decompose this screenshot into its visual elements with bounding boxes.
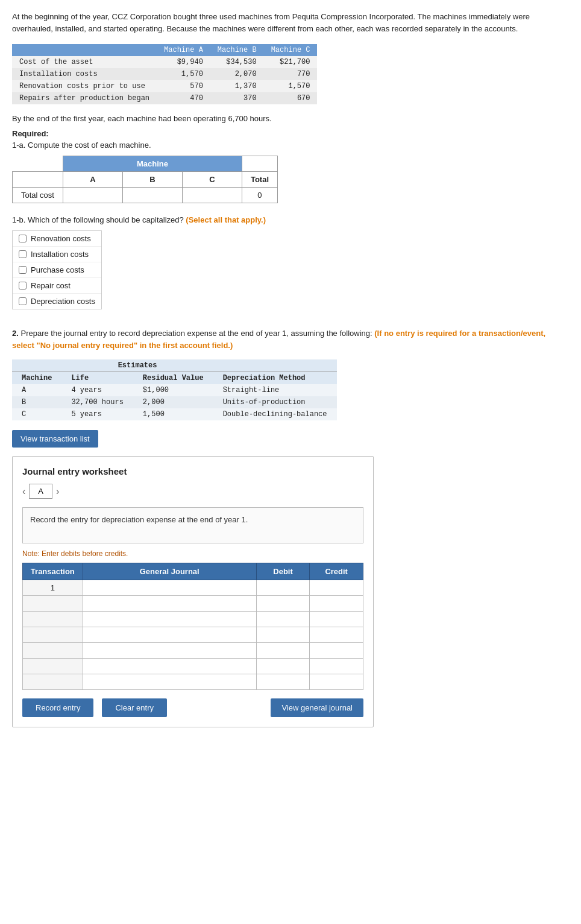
debit-input[interactable] [260,599,306,608]
debit-input[interactable] [260,615,306,624]
general-journal-cell[interactable] [83,659,256,674]
table-row [23,627,363,643]
row-value: 1,570 [157,68,210,80]
credit-cell[interactable] [310,659,363,674]
credit-input[interactable] [313,630,359,639]
general-journal-cell[interactable] [83,580,256,596]
th-debit: Debit [256,563,310,580]
credit-cell[interactable] [310,596,363,612]
general-journal-cell[interactable] [83,643,256,659]
table-row [23,674,363,690]
row-value: $9,940 [157,56,210,68]
row-value: 670 [264,92,318,104]
checkbox-item[interactable]: Renovation costs [13,231,101,247]
row-value: 570 [157,80,210,92]
checkbox[interactable] [19,282,27,290]
view-general-journal-button[interactable]: View general journal [271,698,363,717]
checkbox-item[interactable]: Purchase costs [13,262,101,278]
credit-cell[interactable] [310,612,363,627]
debit-cell[interactable] [256,580,310,596]
intro-text: At the beginning of the year, CCZ Corpor… [12,11,569,34]
clear-entry-button[interactable]: Clear entry [102,698,167,717]
header-machine-c: Machine C [264,44,318,56]
machine-a-input[interactable] [72,191,114,200]
row-value: 1,370 [210,80,264,92]
general-journal-cell[interactable] [83,612,256,627]
general-journal-input[interactable] [87,583,253,592]
estimates-cell: B [12,396,61,408]
machine-a-input-cell[interactable] [63,188,122,203]
general-journal-input[interactable] [87,662,253,671]
general-journal-input[interactable] [87,615,253,624]
credit-cell[interactable] [310,580,363,596]
q2-text: Prepare the journal entry to record depr… [20,329,372,338]
machine-c-input[interactable] [191,191,233,200]
credit-cell[interactable] [310,627,363,643]
general-journal-cell[interactable] [83,627,256,643]
debit-input[interactable] [260,677,306,686]
credit-input[interactable] [313,583,359,592]
record-entry-button[interactable]: Record entry [22,698,93,717]
debit-input[interactable] [260,583,306,592]
credit-cell[interactable] [310,674,363,690]
debit-cell[interactable] [256,612,310,627]
general-journal-cell[interactable] [83,674,256,690]
row-value: 770 [264,68,318,80]
machine-b-input-cell[interactable] [122,188,182,203]
nav-left-arrow[interactable]: ‹ [22,486,25,497]
credit-input[interactable] [313,662,359,671]
debit-input[interactable] [260,630,306,639]
estimates-cell: 2,000 [133,396,213,408]
machine-header: Machine [63,156,242,172]
checkbox-item[interactable]: Installation costs [13,247,101,262]
estimates-cell: 4 years [61,384,133,396]
credit-input[interactable] [313,599,359,608]
table-row [23,596,363,612]
view-transaction-button[interactable]: View transaction list [12,430,98,448]
checkbox[interactable] [19,250,27,258]
estimates-cell: A [12,384,61,396]
section-1b: 1-b. Which of the following should be ca… [12,215,569,309]
machine-c-input-cell[interactable] [182,188,242,203]
q2-label: 2. [12,329,19,338]
table-row: Total cost 0 [13,188,278,203]
estimates-cell: $1,000 [133,384,213,396]
credit-input[interactable] [313,615,359,624]
debit-cell[interactable] [256,596,310,612]
row-value: 370 [210,92,264,104]
button-row: Record entry Clear entry View general jo… [22,698,363,717]
credit-input[interactable] [313,646,359,655]
estimates-cell: Double-declining-balance [213,408,337,420]
debit-input[interactable] [260,662,306,671]
table-row [23,659,363,674]
checkbox[interactable] [19,235,27,242]
general-journal-cell[interactable] [83,596,256,612]
general-journal-input[interactable] [87,599,253,608]
debit-input[interactable] [260,646,306,655]
checkbox-item[interactable]: Repair cost [13,278,101,294]
checkbox-item[interactable]: Depreciation costs [13,294,101,309]
debit-cell[interactable] [256,674,310,690]
table-row [23,612,363,627]
machine-cost-table: Machine A B C Total Total cost 0 [12,156,278,203]
tab-a-button[interactable]: A [29,484,52,499]
general-journal-input[interactable] [87,646,253,655]
checkbox[interactable] [19,266,27,274]
col-method-header: Depreciation Method [213,372,337,385]
machine-b-input[interactable] [131,191,174,200]
credit-input[interactable] [313,677,359,686]
debit-cell[interactable] [256,627,310,643]
general-journal-input[interactable] [87,630,253,639]
debit-cell[interactable] [256,643,310,659]
estimates-table: Estimates Machine Life Residual Value De… [12,359,337,420]
checkbox-label: Repair cost [31,281,71,290]
transaction-cell [23,596,83,612]
worksheet-title: Journal entry worksheet [22,466,363,476]
nav-right-arrow[interactable]: › [56,486,59,497]
transaction-cell [23,674,83,690]
checkbox[interactable] [19,297,27,305]
general-journal-input[interactable] [87,677,253,686]
transaction-cell [23,643,83,659]
credit-cell[interactable] [310,643,363,659]
debit-cell[interactable] [256,659,310,674]
